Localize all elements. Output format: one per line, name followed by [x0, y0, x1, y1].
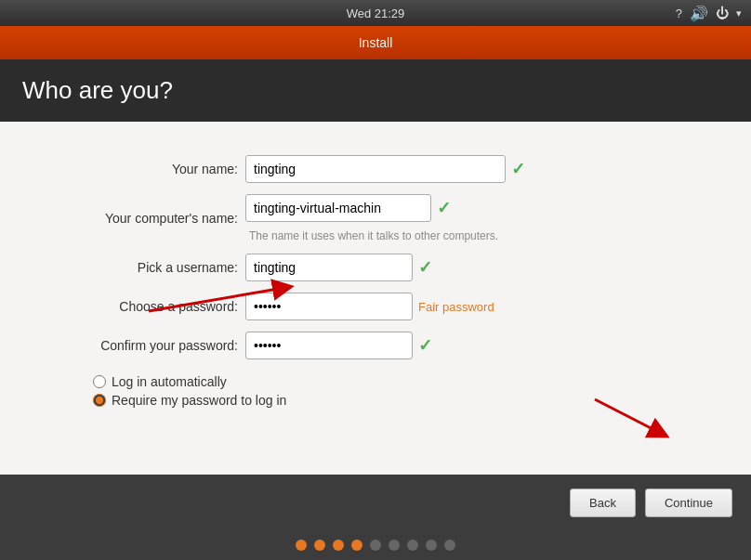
computer-name-hint: The name it uses when it talks to other … — [245, 229, 498, 242]
confirm-check-icon: ✓ — [418, 335, 432, 356]
radio-auto-label: Log in automatically — [112, 374, 227, 389]
username-input[interactable] — [245, 254, 413, 281]
password-input-cell: Fair password — [242, 287, 714, 326]
radio-require-row: Require my password to log in — [93, 393, 714, 408]
radio-auto-row: Log in automatically — [93, 374, 714, 389]
computer-name-input[interactable] — [245, 194, 431, 222]
radio-auto[interactable] — [93, 375, 106, 388]
back-button[interactable]: Back — [570, 488, 636, 517]
titlebar-title: Install — [359, 35, 393, 50]
username-row: Pick a username: ✓ — [37, 248, 714, 287]
password-label: Choose a password: — [37, 287, 242, 326]
dot-5 — [370, 540, 381, 551]
help-icon[interactable]: ? — [676, 7, 682, 20]
continue-button[interactable]: Continue — [645, 488, 732, 517]
your-name-input-cell: ✓ — [242, 150, 714, 189]
your-name-label: Your name: — [37, 150, 242, 189]
topbar-icons: ? 🔊 ⏻ ▾ — [676, 5, 742, 22]
dot-8 — [426, 540, 437, 551]
username-label: Pick a username: — [37, 248, 242, 287]
username-input-cell: ✓ — [242, 248, 714, 287]
your-name-check-icon: ✓ — [511, 159, 525, 179]
main-content: Your name: ✓ Your computer's name: — [0, 122, 751, 475]
computer-name-input-cell: ✓ The name it uses when it talks to othe… — [242, 189, 714, 248]
volume-icon[interactable]: 🔊 — [690, 5, 708, 22]
dot-2 — [314, 540, 325, 551]
your-name-input[interactable] — [245, 155, 506, 183]
topbar: Wed 21:29 ? 🔊 ⏻ ▾ — [0, 0, 751, 26]
confirm-input-cell: ✓ — [242, 326, 714, 365]
dot-7 — [407, 540, 418, 551]
confirm-label: Confirm your password: — [37, 326, 242, 365]
password-input[interactable] — [245, 293, 413, 320]
computer-name-label: Your computer's name: — [37, 189, 242, 248]
topbar-time: Wed 21:29 — [347, 7, 405, 20]
radio-group: Log in automatically Require my password… — [37, 374, 714, 408]
radio-require-label: Require my password to log in — [112, 393, 286, 408]
page-header: Who are you? — [0, 59, 751, 122]
dot-1 — [296, 540, 307, 551]
page-title: Who are you? — [22, 76, 173, 104]
titlebar: Install — [0, 26, 751, 59]
computer-name-row: Your computer's name: ✓ The name it uses… — [37, 189, 714, 248]
password-row: Choose a password: Fair password — [37, 287, 714, 326]
dot-9 — [444, 540, 455, 551]
username-check-icon: ✓ — [418, 257, 432, 278]
power-icon[interactable]: ⏻ — [716, 6, 729, 20]
confirm-input[interactable] — [245, 332, 413, 359]
password-strength-label: Fair password — [418, 300, 494, 314]
dot-3 — [333, 540, 344, 551]
bottom-area: Back Continue — [0, 475, 751, 530]
computer-name-check-icon: ✓ — [437, 198, 451, 218]
dot-indicators — [0, 530, 751, 558]
your-name-row: Your name: ✓ — [37, 150, 714, 189]
radio-require[interactable] — [93, 394, 106, 407]
confirm-password-row: Confirm your password: ✓ — [37, 326, 714, 365]
form-table: Your name: ✓ Your computer's name: — [37, 150, 714, 365]
dot-6 — [389, 540, 400, 551]
dot-4 — [351, 540, 362, 551]
menu-arrow-icon[interactable]: ▾ — [736, 7, 742, 20]
